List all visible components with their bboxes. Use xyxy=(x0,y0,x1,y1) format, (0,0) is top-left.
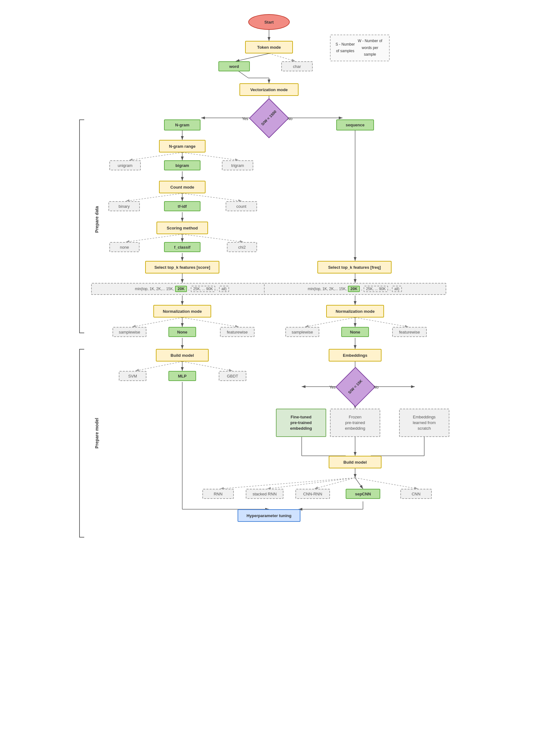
prepare-data-bracket xyxy=(79,120,84,333)
fine-tuned-node: Fine-tuned pre-trained embedding xyxy=(276,409,326,437)
trigram-node: trigram xyxy=(222,160,253,170)
svg-line-20 xyxy=(126,234,182,242)
diamond2-wrapper: S/W < 15K xyxy=(341,372,370,402)
no2-label: No xyxy=(371,384,381,390)
svg-line-38 xyxy=(182,361,233,371)
flowchart-container: S - Number of samples W - Number of word… xyxy=(0,0,538,756)
prepare-model-bracket xyxy=(79,349,84,538)
ngram-range-node: N-gram range xyxy=(159,140,205,152)
mlp-node: MLP xyxy=(168,371,196,381)
hyperparameter-node: Hyperparameter tuning xyxy=(238,509,300,522)
svg-line-50 xyxy=(220,478,355,489)
cnn-rnn-node: CNN-RNN xyxy=(296,489,330,499)
norm-mode-right-node: Normalization mode xyxy=(326,305,384,317)
count-node: count xyxy=(226,201,257,211)
featurewise-right-node: featurewise xyxy=(392,327,427,337)
svg-line-36 xyxy=(135,361,182,371)
svg-line-4 xyxy=(269,53,296,61)
token-mode-node: Token mode xyxy=(245,41,293,53)
legend-line2: W - Number of words per sample xyxy=(355,38,385,58)
char-node: char xyxy=(281,61,313,71)
stacked-rnn-node: stacked RNN xyxy=(246,489,284,499)
start-node: Start xyxy=(248,14,290,30)
gbdt-node: GBDT xyxy=(219,371,246,381)
bigram-node: bigram xyxy=(164,160,200,170)
svm-node: SVM xyxy=(119,371,146,381)
learned-node: Embeddings learned from scratch xyxy=(399,409,449,437)
prepare-model-label: Prepare model xyxy=(94,405,99,461)
no1-label: No xyxy=(285,116,295,122)
cnn-node: CNN xyxy=(401,489,432,499)
svg-line-53 xyxy=(355,478,363,489)
svg-line-29 xyxy=(132,317,182,327)
scoring-method-node: Scoring method xyxy=(156,222,208,234)
vectorization-mode-node: Vectorization mode xyxy=(240,83,298,96)
svg-line-34 xyxy=(355,317,408,327)
none-norm-right-node: None xyxy=(341,327,369,337)
diamond1-wrapper: S/W < 1500 xyxy=(254,104,284,133)
topk-score-values: min(top, 1K, 2K,... 15K, 20K , 25K, ... … xyxy=(91,283,273,295)
svg-line-32 xyxy=(305,317,355,327)
word-node: word xyxy=(218,61,250,71)
svg-line-51 xyxy=(267,478,355,489)
yes2-label: Yes xyxy=(326,384,339,390)
legend-line1: S - Number of samples xyxy=(335,41,355,55)
build-model-left-node: Build model xyxy=(156,349,209,361)
svg-line-54 xyxy=(355,478,418,489)
none-score-node: none xyxy=(109,242,139,252)
svg-line-12 xyxy=(129,152,182,160)
none-norm-left-node: None xyxy=(168,327,196,337)
samplewise-right-node: samplewise xyxy=(285,327,319,337)
unigram-node: unigram xyxy=(109,160,141,170)
svg-line-14 xyxy=(182,152,239,160)
prepare-data-label: Prepare data xyxy=(94,191,99,248)
samplewise-left-node: samplewise xyxy=(113,327,146,337)
yes1-label: Yes xyxy=(239,116,251,122)
sepcnn-node: sepCNN xyxy=(346,489,380,499)
topk-freq-values: min(top, 1K, 2K,... 15K, 20K , 25K, ... … xyxy=(264,283,446,295)
svg-line-3 xyxy=(236,53,269,61)
svg-line-22 xyxy=(182,234,243,242)
embeddings-node: Embeddings xyxy=(329,349,382,361)
sequence-node: sequence xyxy=(336,120,374,131)
binary-node: binary xyxy=(108,201,140,211)
count-mode-node: Count mode xyxy=(159,181,205,193)
ngram-node: N-gram xyxy=(164,120,200,131)
fclassif-node: f_classif xyxy=(164,242,200,252)
svg-line-16 xyxy=(126,193,182,201)
norm-mode-left-node: Normalization mode xyxy=(153,305,211,317)
frozen-node: Frozen pre-trained embedding xyxy=(330,409,380,437)
featurewise-left-node: featurewise xyxy=(220,327,254,337)
select-topk-score-node: Select top_k features [score] xyxy=(145,261,219,274)
svg-line-18 xyxy=(182,193,242,201)
svg-line-52 xyxy=(314,478,355,489)
chi2-node: chi2 xyxy=(227,242,257,252)
legend-box: S - Number of samples W - Number of word… xyxy=(330,34,390,61)
svg-line-31 xyxy=(182,317,239,327)
rnn-node: RNN xyxy=(202,489,234,499)
tfidf-node: tf-idf xyxy=(164,201,200,211)
build-model-right-node: Build model xyxy=(329,456,382,468)
select-topk-freq-node: Select top_k features [freq] xyxy=(317,261,392,274)
